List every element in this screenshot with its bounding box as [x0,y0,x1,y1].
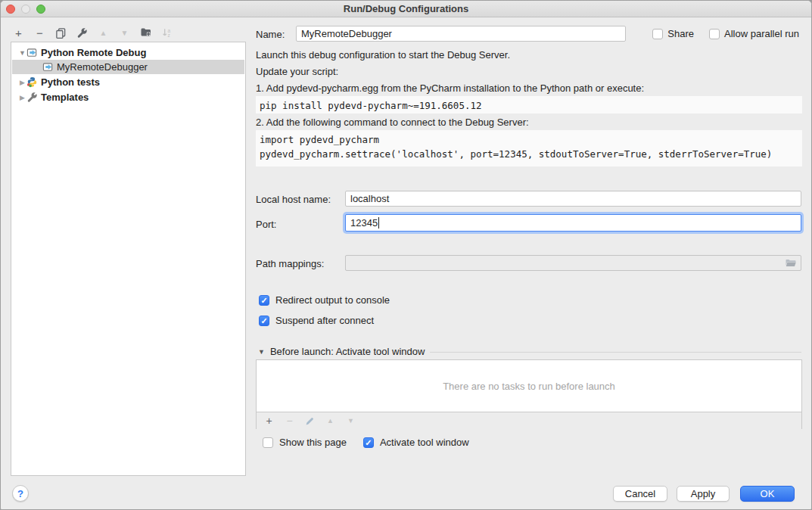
allow-parallel-run-label[interactable]: Allow parallel run [724,28,799,39]
before-launch-title: Before launch: Activate tool window [270,346,425,357]
step-1-text: 1. Add pydevd-pycharm.egg from the PyCha… [256,82,644,94]
svg-text:z: z [167,33,170,38]
wrench-icon [26,92,38,103]
chevron-collapsed-icon[interactable]: ▶ [18,79,26,86]
move-task-up-icon[interactable]: ▲ [325,415,336,427]
run-config-icon [42,61,54,73]
text-caret [378,217,379,229]
tree-item-label: MyRemoteDebugger [57,61,148,73]
show-this-page-label[interactable]: Show this page [279,437,347,448]
add-configuration-icon[interactable]: + [12,26,25,39]
before-launch-task-list: There are no tasks to run before launch … [256,359,802,429]
remove-task-icon[interactable]: − [284,415,295,427]
chevron-expanded-icon[interactable]: ▼ [18,49,26,57]
share-parallel-row: Share Allow parallel run [652,28,799,39]
edit-templates-icon[interactable] [76,26,89,39]
description-line-2: Update your script: [256,66,338,77]
move-task-down-icon[interactable]: ▼ [345,415,356,427]
python-tests-icon [26,76,38,88]
move-down-icon[interactable]: ▼ [118,26,131,39]
local-host-name-label: Local host name: [256,194,331,205]
tree-item-python-remote-debug[interactable]: ▼ Python Remote Debug [12,45,244,60]
name-label: Name: [256,29,285,40]
titlebar: Run/Debug Configurations [1,1,811,17]
show-this-page-checkbox[interactable] [263,437,273,448]
remove-configuration-icon[interactable]: − [33,26,46,39]
settrace-code-block: import pydevd_pycharm pydevd_pycharm.set… [256,130,802,166]
allow-parallel-run-checkbox[interactable] [709,29,720,39]
redirect-output-label[interactable]: Redirect output to console [275,294,390,306]
share-label[interactable]: Share [667,28,694,39]
name-input[interactable] [296,26,626,42]
collapse-triangle-icon[interactable]: ▼ [258,348,265,356]
port-input[interactable] [345,214,801,232]
port-label: Port: [256,219,276,230]
page-options-row: Show this page Activate tool window [263,437,469,448]
tree-item-python-tests[interactable]: ▶ Python tests [12,75,244,89]
cancel-button[interactable]: Cancel [613,486,667,502]
new-folder-icon[interactable] [139,26,152,39]
code-line: import pydevd_pycharm [260,134,379,145]
task-list-toolbar: + − ▲ ▼ [257,412,801,429]
add-task-icon[interactable]: + [263,415,275,427]
tree-toolbar: + − ▲ ▼ az [12,24,173,41]
activate-tool-window-checkbox[interactable] [363,437,374,448]
ok-button[interactable]: OK [740,486,795,502]
tree-item-label: Templates [41,92,89,103]
path-mappings-input[interactable] [345,255,801,271]
tree-item-label: Python tests [41,76,100,88]
before-launch-header[interactable]: ▼ Before launch: Activate tool window [258,346,801,357]
path-mappings-label: Path mappings: [256,258,324,269]
tree-item-myremotedebugger[interactable]: MyRemoteDebugger [12,60,244,74]
edit-task-icon[interactable] [304,415,316,427]
suspend-after-connect-checkbox[interactable] [259,316,269,326]
suspend-after-connect-row: Suspend after connect [259,315,374,326]
run-debug-configurations-dialog: Run/Debug Configurations + − ▲ ▼ az ▼ Py… [0,0,812,510]
code-line: pydevd_pycharm.settrace('localhost', por… [260,148,772,160]
suspend-after-connect-label[interactable]: Suspend after connect [275,315,374,326]
header-rule [430,352,801,353]
apply-button[interactable]: Apply [677,486,730,502]
local-host-name-input[interactable] [345,191,801,207]
copy-configuration-icon[interactable] [54,26,67,39]
share-checkbox[interactable] [652,29,663,39]
window-title: Run/Debug Configurations [1,3,811,14]
pip-install-code-block: pip install pydevd-pycharm~=191.6605.12 [256,96,802,114]
configurations-tree: ▼ Python Remote Debug MyRemoteDebugger ▶ [11,42,246,476]
activate-tool-window-label[interactable]: Activate tool window [380,437,469,448]
chevron-collapsed-icon[interactable]: ▶ [18,94,26,101]
redirect-output-row: Redirect output to console [259,294,390,306]
run-config-icon [26,47,38,58]
empty-task-list-text: There are no tasks to run before launch [257,360,801,412]
browse-folder-icon[interactable] [785,257,797,272]
redirect-output-checkbox[interactable] [259,295,269,306]
tree-item-templates[interactable]: ▶ Templates [12,90,244,104]
step-2-text: 2. Add the following command to connect … [256,117,529,128]
tree-item-label: Python Remote Debug [41,47,146,58]
move-up-icon[interactable]: ▲ [97,26,110,39]
help-button[interactable]: ? [12,485,29,502]
description-line-1: Launch this debug configuration to start… [256,49,510,61]
sort-alphabetically-icon[interactable]: az [160,26,173,39]
